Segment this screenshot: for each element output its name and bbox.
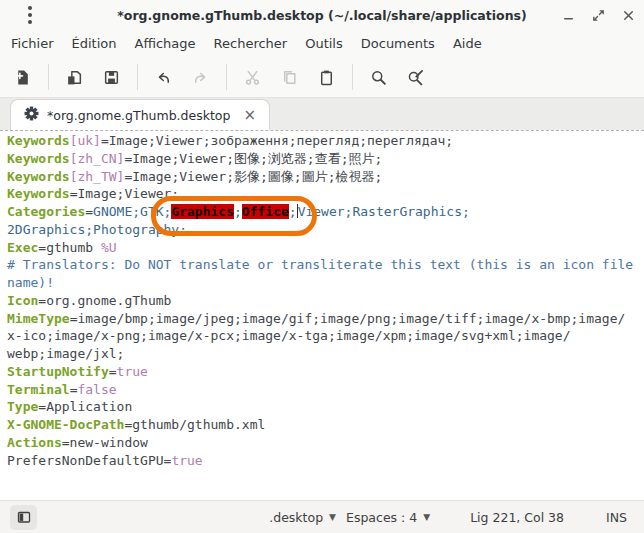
code-line: Categories=GNOME;GTK;Graphics;Office;Vie… xyxy=(7,203,644,221)
gear-icon xyxy=(24,106,39,124)
undo-button[interactable] xyxy=(145,61,182,93)
title-bar: *org.gnome.gThumb.desktop (~/.local/shar… xyxy=(0,0,644,30)
tab-close-icon[interactable]: × xyxy=(243,108,256,123)
menu-aide[interactable]: Aide xyxy=(444,31,491,57)
status-bar: .desktop ▼ Espaces : 4 ▼ Lig 221, Col 38… xyxy=(0,500,644,533)
cut-button[interactable] xyxy=(234,61,271,93)
code-line: PrefersNonDefaultGPU=true xyxy=(7,452,644,470)
code-line: Exec=gthumb %U xyxy=(7,239,644,257)
close-window-icon[interactable] xyxy=(620,7,636,23)
tab-label: *org.gnome.gThumb.desktop xyxy=(47,108,230,123)
search-icon xyxy=(370,69,387,86)
code-line: 2DGraphics;Photography; xyxy=(7,221,644,239)
redo-icon xyxy=(192,69,209,86)
code-line: MimeType=image/bmp;image/jpeg;image/gif;… xyxy=(7,310,644,328)
search-and-replace-button[interactable] xyxy=(397,61,434,93)
cut-icon xyxy=(244,69,261,86)
paste-icon xyxy=(318,69,335,86)
new-document-icon xyxy=(14,69,31,86)
code-line: # Translators: Do NOT translate or trans… xyxy=(7,256,644,274)
code-line: StartupNotify=true xyxy=(7,363,644,381)
search-button[interactable] xyxy=(360,61,397,93)
new-document-button[interactable] xyxy=(4,61,41,93)
status-bar-right: .desktop ▼ Espaces : 4 ▼ Lig 221, Col 38… xyxy=(264,510,634,525)
copy-icon xyxy=(281,69,298,86)
tab-org-gnome-gthumb-desktop[interactable]: *org.gnome.gThumb.desktop × xyxy=(10,99,270,130)
filetype-dropdown[interactable]: .desktop ▼ xyxy=(264,510,341,525)
save-icon xyxy=(103,69,120,86)
chevron-down-icon: ▼ xyxy=(423,512,430,522)
menu-documents[interactable]: Documents xyxy=(352,31,444,57)
undo-icon xyxy=(155,69,172,86)
toggle-side-panel-button[interactable] xyxy=(10,505,37,530)
restore-window-icon[interactable] xyxy=(590,7,606,23)
open-document-icon xyxy=(66,69,83,86)
toolbar-separator xyxy=(226,64,227,90)
copy-button[interactable] xyxy=(271,61,308,93)
tab-width-dropdown[interactable]: Espaces : 4 ▼ xyxy=(341,510,435,525)
toolbar-separator xyxy=(137,64,138,90)
open-document-button[interactable] xyxy=(56,61,93,93)
toolbar-separator xyxy=(48,64,49,90)
code-line: Keywords[uk]=Image;Viewer;зображення;пер… xyxy=(7,132,644,150)
cursor-position-button[interactable]: Lig 221, Col 38 xyxy=(465,510,569,525)
code-line: Keywords[zh_TW]=Image;Viewer;影像;圖像;圖片;檢視… xyxy=(7,168,644,186)
menu-fichier[interactable]: Fichier xyxy=(2,31,63,57)
gedit-window: *org.gnome.gThumb.desktop (~/.local/shar… xyxy=(0,0,644,533)
menu-dition[interactable]: Édition xyxy=(63,31,126,57)
code-line: name)! xyxy=(7,274,644,292)
text-editor-area[interactable]: Keywords[uk]=Image;Viewer;зображення;пер… xyxy=(0,130,644,500)
paste-button[interactable] xyxy=(308,61,345,93)
tab-strip: *org.gnome.gThumb.desktop × xyxy=(0,97,644,130)
code-line: Keywords[zh_CN]=Image;Viewer;图像;浏览器;查看;照… xyxy=(7,150,644,168)
search-replace-icon xyxy=(407,69,424,86)
toolbar xyxy=(0,57,644,97)
toolbar-separator xyxy=(352,64,353,90)
minimize-icon[interactable] xyxy=(560,7,576,23)
menu-bar: FichierÉditionAffichageRechercherOutilsD… xyxy=(0,30,644,57)
insert-mode-button[interactable]: INS xyxy=(601,510,632,525)
code-line: Keywords=Image;Viewer; xyxy=(7,185,644,203)
code-line: webp;image/jxl; xyxy=(7,345,644,363)
kebab-menu-icon[interactable] xyxy=(28,6,32,24)
code-line: x-ico;image/x-png;image/x-pcx;image/x-tg… xyxy=(7,327,644,345)
code-line: Type=Application xyxy=(7,398,644,416)
code-line: Terminal=false xyxy=(7,381,644,399)
chevron-down-icon: ▼ xyxy=(329,512,336,522)
window-controls xyxy=(560,0,636,30)
code-line: Icon=org.gnome.gThumb xyxy=(7,292,644,310)
code-line: Actions=new-window xyxy=(7,434,644,452)
code-line: X-GNOME-DocPath=gthumb/gthumb.xml xyxy=(7,416,644,434)
save-button[interactable] xyxy=(93,61,130,93)
redo-button[interactable] xyxy=(182,61,219,93)
menu-rechercher[interactable]: Rechercher xyxy=(205,31,297,57)
window-title: *org.gnome.gThumb.desktop (~/.local/shar… xyxy=(0,8,644,23)
code-content: Keywords[uk]=Image;Viewer;зображення;пер… xyxy=(7,132,644,469)
menu-outils[interactable]: Outils xyxy=(296,31,352,57)
menu-affichage[interactable]: Affichage xyxy=(125,31,204,57)
